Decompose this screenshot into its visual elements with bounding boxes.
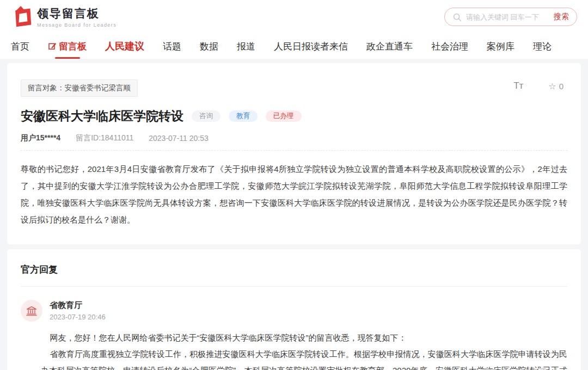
logo-title: 领导留言板 <box>37 6 117 21</box>
main-nav: 首页 留言板 人民建议 话题 数据 报道 人民日报读者来信 政企直通车 社会治理… <box>0 34 588 59</box>
message-id: 留言ID:18411011 <box>76 133 133 143</box>
message-title: 安徽医科大学临床医学院转设 <box>21 108 183 125</box>
reply-divider <box>21 286 567 287</box>
site-logo[interactable]: 领导留言板 Message Board for Leaders <box>11 5 117 29</box>
logo-subtitle: Message Board for Leaders <box>37 22 117 28</box>
nav-item-home[interactable]: 首页 <box>11 40 29 53</box>
nav-item-gov-express[interactable]: 政企直通车 <box>366 40 413 53</box>
pen-icon <box>48 42 57 51</box>
site-header: 领导留言板 Message Board for Leaders 搜索 <box>0 0 588 34</box>
reply-body: 网友，您好！您在人民网给省委书记关于“安徽医科大学临床医学院转设”的留言收悉，现… <box>41 330 567 370</box>
search-input[interactable] <box>466 13 549 21</box>
reply-header: 省教育厅 2023-07-19 20:46 <box>21 300 567 322</box>
search-bar: 搜索 <box>444 8 577 26</box>
main-content: 留言对象：安徽省委书记梁言顺 Tт ☆ 0 安徽医科大学临床医学院转设 咨询 教… <box>0 59 588 370</box>
page: 领导留言板 Message Board for Leaders 搜索 首页 留言… <box>0 0 588 370</box>
nav-item-data[interactable]: 数据 <box>200 40 218 53</box>
nav-item-topics[interactable]: 话题 <box>163 40 181 53</box>
message-card: 留言对象：安徽省委书记梁言顺 Tт ☆ 0 安徽医科大学临床医学院转设 咨询 教… <box>7 63 581 244</box>
nav-item-message-board[interactable]: 留言板 <box>48 40 87 53</box>
nav-item-reports[interactable]: 报道 <box>237 40 255 53</box>
title-row: 安徽医科大学临床医学院转设 咨询 教育 已办理 <box>21 108 567 125</box>
logo-text: 领导留言板 Message Board for Leaders <box>37 6 117 28</box>
nav-item-case-library[interactable]: 案例库 <box>487 40 514 53</box>
official-reply-card: 官方回复 <box>7 249 581 370</box>
star-icon: ☆ <box>548 81 556 91</box>
message-time: 2023-07-11 20:53 <box>149 134 209 143</box>
nav-item-label: 留言板 <box>59 40 87 53</box>
tag-consult: 咨询 <box>192 110 220 122</box>
message-tools: Tт ☆ 0 <box>513 81 564 91</box>
government-building-icon <box>26 305 38 317</box>
search-button[interactable]: 搜索 <box>549 12 569 22</box>
dashed-divider <box>21 150 567 151</box>
reply-time: 2023-07-19 20:46 <box>50 313 106 321</box>
nav-item-social-governance[interactable]: 社会治理 <box>431 40 468 53</box>
reply-section-title: 官方回复 <box>21 263 567 276</box>
gov-avatar <box>21 300 42 322</box>
font-size-icon[interactable]: Tт <box>513 81 523 91</box>
search-icon <box>452 13 462 22</box>
reply-author-block: 省教育厅 2023-07-19 20:46 <box>50 300 106 321</box>
message-target-tag: 留言对象：安徽省委书记梁言顺 <box>21 79 138 97</box>
nav-item-theory[interactable]: 理论 <box>533 40 552 53</box>
reply-author: 省教育厅 <box>50 300 106 311</box>
reply-paragraph: 网友，您好！您在人民网给省委书记关于“安徽医科大学临床医学院转设”的留言收悉，现… <box>41 330 567 346</box>
star-tool[interactable]: ☆ 0 <box>548 81 564 91</box>
message-body: 尊敬的书记您好，2021年3月4日安徽省教育厅发布了《关于拟申报将4所独立学院转… <box>21 161 567 228</box>
tag-education: 教育 <box>229 110 258 122</box>
message-meta: 用户15****4 留言ID:18411011 2023-07-11 20:53 <box>21 133 567 143</box>
nav-item-people-suggestions[interactable]: 人民建议 <box>105 40 144 53</box>
star-count: 0 <box>559 82 564 91</box>
message-user: 用户15****4 <box>21 133 60 143</box>
logo-icon <box>11 5 33 29</box>
watermark: 高考直通车 <box>480 365 567 370</box>
nav-item-reader-letters[interactable]: 人民日报读者来信 <box>274 40 348 53</box>
tag-status-handled: 已办理 <box>266 110 302 122</box>
